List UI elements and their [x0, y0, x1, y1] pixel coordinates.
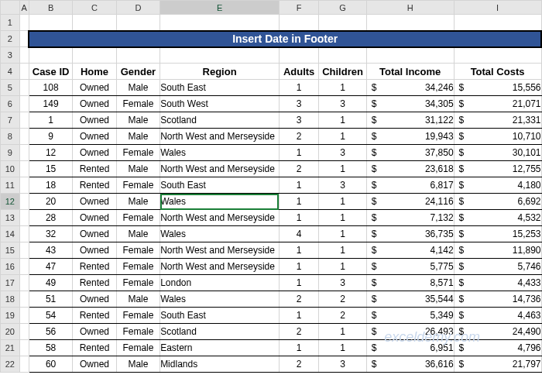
- cell-children[interactable]: 3: [319, 96, 367, 112]
- cell-case-id[interactable]: 149: [29, 96, 72, 112]
- cell-adults[interactable]: 1: [279, 275, 318, 291]
- cell-case-id[interactable]: 60: [29, 356, 72, 373]
- cell-home[interactable]: Owned: [73, 210, 116, 226]
- cell-region[interactable]: Scotland: [160, 324, 280, 340]
- cell-children[interactable]: 1: [319, 242, 367, 259]
- cell-adults[interactable]: 2: [279, 129, 318, 145]
- cell-total-costs[interactable]: $14,736: [454, 291, 541, 308]
- cell-gender[interactable]: Male: [116, 291, 160, 308]
- col-header-G[interactable]: G: [319, 1, 367, 15]
- col-header-A[interactable]: A: [19, 1, 29, 15]
- cell-children[interactable]: 1: [319, 194, 367, 210]
- cell-gender[interactable]: Female: [116, 210, 160, 226]
- cell-total-income[interactable]: $7,132: [366, 210, 454, 226]
- cell-children[interactable]: 1: [319, 80, 367, 96]
- cell-case-id[interactable]: 1: [29, 112, 72, 129]
- row-header-3[interactable]: 3: [1, 47, 20, 64]
- row-header-13[interactable]: 13: [1, 210, 20, 226]
- cell-adults[interactable]: 3: [279, 96, 318, 112]
- cell-gender[interactable]: Female: [116, 145, 160, 161]
- cell-total-costs[interactable]: $12,755: [454, 161, 541, 177]
- cell-case-id[interactable]: 20: [29, 194, 72, 210]
- cell-case-id[interactable]: 49: [29, 275, 72, 291]
- cell-gender[interactable]: Female: [116, 177, 160, 194]
- cell-children[interactable]: 2: [319, 308, 367, 324]
- cell-children[interactable]: 2: [319, 291, 367, 308]
- cell-home[interactable]: Owned: [73, 145, 116, 161]
- cell-case-id[interactable]: 54: [29, 308, 72, 324]
- cell-gender[interactable]: Male: [116, 129, 160, 145]
- col-header-F[interactable]: F: [279, 1, 318, 15]
- cell-total-costs[interactable]: $21,071: [454, 96, 541, 112]
- cell-children[interactable]: 1: [319, 340, 367, 356]
- cell-children[interactable]: 1: [319, 161, 367, 177]
- cell-gender[interactable]: Male: [116, 161, 160, 177]
- cell-home[interactable]: Owned: [73, 242, 116, 259]
- cell-total-costs[interactable]: $6,692: [454, 194, 541, 210]
- cell-total-income[interactable]: $37,850: [366, 145, 454, 161]
- cell-region[interactable]: Wales: [160, 291, 280, 308]
- cell-gender[interactable]: Female: [116, 308, 160, 324]
- cell-gender[interactable]: Female: [116, 96, 160, 112]
- cell-adults[interactable]: 1: [279, 340, 318, 356]
- cell-children[interactable]: 3: [319, 275, 367, 291]
- cell-gender[interactable]: Female: [116, 324, 160, 340]
- cell-case-id[interactable]: 9: [29, 129, 72, 145]
- col-header-H[interactable]: H: [366, 1, 454, 15]
- cell-case-id[interactable]: 18: [29, 177, 72, 194]
- cell-total-costs[interactable]: $21,331: [454, 112, 541, 129]
- cell-children[interactable]: 1: [319, 324, 367, 340]
- cell-total-income[interactable]: $31,122: [366, 112, 454, 129]
- cell-total-income[interactable]: $5,349: [366, 308, 454, 324]
- th-gender[interactable]: Gender: [116, 64, 160, 80]
- cell-total-costs[interactable]: $15,253: [454, 226, 541, 242]
- row-header-11[interactable]: 11: [1, 177, 20, 194]
- row-header-2[interactable]: 2: [1, 31, 20, 47]
- cell-home[interactable]: Owned: [73, 194, 116, 210]
- cell-total-income[interactable]: $4,142: [366, 242, 454, 259]
- row-header-14[interactable]: 14: [1, 226, 20, 242]
- cell-total-costs[interactable]: $4,532: [454, 210, 541, 226]
- cell-total-costs[interactable]: $10,710: [454, 129, 541, 145]
- cell-case-id[interactable]: 108: [29, 80, 72, 96]
- cell-total-income[interactable]: $6,951: [366, 340, 454, 356]
- row-header-5[interactable]: 5: [1, 80, 20, 96]
- cell-region[interactable]: North West and Merseyside: [160, 210, 280, 226]
- cell-region[interactable]: North West and Merseyside: [160, 259, 280, 275]
- cell-adults[interactable]: 1: [279, 194, 318, 210]
- cell-home[interactable]: Rented: [73, 259, 116, 275]
- cell-children[interactable]: 1: [319, 226, 367, 242]
- cell-total-income[interactable]: $19,943: [366, 129, 454, 145]
- cell-total-costs[interactable]: $21,797: [454, 356, 541, 373]
- cell-gender[interactable]: Female: [116, 275, 160, 291]
- cell-home[interactable]: Owned: [73, 96, 116, 112]
- row-header-6[interactable]: 6: [1, 96, 20, 112]
- cell-region[interactable]: Wales: [160, 226, 280, 242]
- cell-gender[interactable]: Male: [116, 226, 160, 242]
- row-header-16[interactable]: 16: [1, 259, 20, 275]
- cell-children[interactable]: 3: [319, 145, 367, 161]
- cell-children[interactable]: 1: [319, 259, 367, 275]
- cell-case-id[interactable]: 56: [29, 324, 72, 340]
- cell-children[interactable]: 1: [319, 129, 367, 145]
- cell-adults[interactable]: 1: [279, 259, 318, 275]
- cell-total-income[interactable]: $35,544: [366, 291, 454, 308]
- row-header-22[interactable]: 22: [1, 356, 20, 373]
- cell-region[interactable]: Wales: [160, 194, 280, 210]
- cell-total-income[interactable]: $5,775: [366, 259, 454, 275]
- cell-case-id[interactable]: 58: [29, 340, 72, 356]
- cell-region[interactable]: South East: [160, 308, 280, 324]
- cell-home[interactable]: Owned: [73, 324, 116, 340]
- th-total-income[interactable]: Total Income: [366, 64, 454, 80]
- cell-total-costs[interactable]: $15,556: [454, 80, 541, 96]
- cell-gender[interactable]: Female: [116, 242, 160, 259]
- cell-total-costs[interactable]: $5,746: [454, 259, 541, 275]
- cell-region[interactable]: North West and Merseyside: [160, 129, 280, 145]
- row-header-12[interactable]: 12: [1, 194, 20, 210]
- cell-case-id[interactable]: 32: [29, 226, 72, 242]
- col-header-C[interactable]: C: [73, 1, 116, 15]
- cell-region[interactable]: Scotland: [160, 112, 280, 129]
- row-header-4[interactable]: 4: [1, 64, 20, 80]
- cell-adults[interactable]: 1: [279, 242, 318, 259]
- cell-home[interactable]: Rented: [73, 275, 116, 291]
